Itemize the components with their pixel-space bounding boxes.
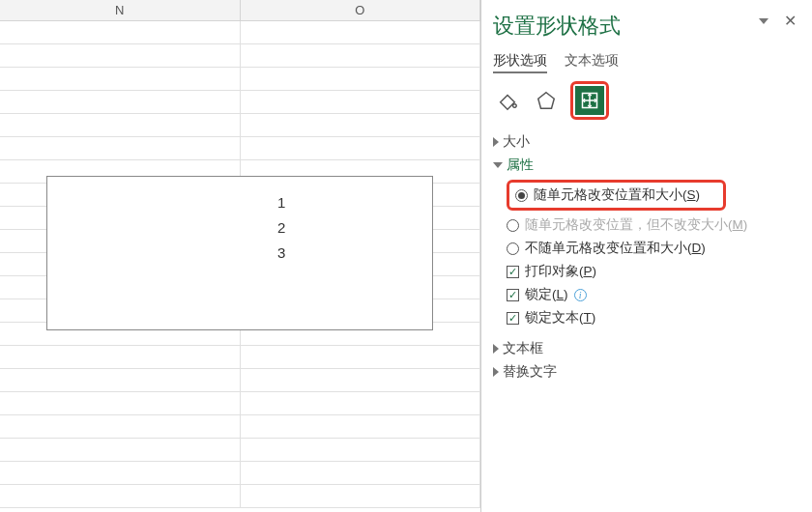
option-label: 锁定(L) [525, 286, 568, 303]
panel-tabs: 形状选项 文本选项 [493, 52, 797, 73]
grid-body[interactable]: 1 2 3 [0, 21, 480, 512]
option-label: 锁定文本(T) [525, 309, 595, 327]
shape-text-line: 1 [277, 190, 285, 215]
section-header-textbox[interactable]: 文本框 [493, 340, 797, 357]
svg-marker-0 [538, 93, 555, 109]
chevron-right-icon [493, 367, 499, 377]
checkbox-icon [507, 289, 519, 301]
highlight-annotation-icon [570, 81, 609, 120]
shape-text-line: 3 [277, 241, 285, 266]
column-header-O[interactable]: O [241, 0, 481, 20]
radio-icon [515, 189, 528, 202]
chevron-down-icon [493, 162, 503, 168]
section-header-alt-text[interactable]: 替换文字 [493, 363, 797, 381]
option-label: 打印对象(P) [525, 263, 596, 280]
section-label: 替换文字 [503, 363, 557, 381]
checkbox-icon [507, 312, 519, 325]
chevron-right-icon [493, 137, 499, 147]
column-header-row: N O [0, 0, 480, 21]
pentagon-icon [536, 90, 557, 111]
category-icons [493, 81, 797, 120]
close-panel-button[interactable]: ✕ [784, 12, 797, 30]
checkbox-icon [507, 266, 519, 278]
section-label: 属性 [507, 156, 534, 174]
option-print-object[interactable]: 打印对象(P) [507, 263, 797, 280]
option-move-and-size[interactable]: 随单元格改变位置和大小(S) [507, 180, 797, 211]
tab-shape-options[interactable]: 形状选项 [493, 52, 547, 73]
option-label: 随单元格改变位置，但不改变大小(M) [525, 216, 747, 234]
paint-bucket-icon [497, 90, 518, 111]
panel-title: 设置形状格式 [493, 12, 797, 41]
shape-text-line: 2 [277, 215, 285, 241]
option-lock-text[interactable]: 锁定文本(T) [507, 309, 797, 327]
option-no-move-no-size[interactable]: 不随单元格改变位置和大小(D) [507, 240, 797, 257]
radio-icon [507, 219, 519, 232]
radio-icon [507, 242, 519, 255]
size-properties-icon [580, 91, 599, 110]
info-icon[interactable]: i [574, 289, 587, 301]
section-header-size[interactable]: 大小 [493, 133, 797, 151]
section-label: 大小 [503, 133, 530, 151]
text-box-shape[interactable]: 1 2 3 [46, 176, 433, 330]
option-locked[interactable]: 锁定(L) i [507, 286, 797, 303]
column-header-N[interactable]: N [0, 0, 241, 20]
option-move-no-size[interactable]: 随单元格改变位置，但不改变大小(M) [507, 216, 777, 234]
spreadsheet-area[interactable]: N O 1 [0, 0, 481, 512]
section-header-properties[interactable]: 属性 [493, 156, 797, 174]
highlight-annotation-option: 随单元格改变位置和大小(S) [507, 180, 726, 211]
section-body-properties: 随单元格改变位置和大小(S) 随单元格改变位置，但不改变大小(M) 不随单元格改… [507, 180, 797, 327]
option-label: 不随单元格改变位置和大小(D) [525, 240, 706, 257]
effects-category-button[interactable] [532, 86, 561, 115]
app-root: N O 1 [0, 0, 812, 512]
section-label: 文本框 [503, 340, 543, 357]
chevron-right-icon [493, 344, 499, 354]
shape-text: 1 2 3 [277, 190, 285, 266]
fill-line-category-button[interactable] [493, 86, 522, 115]
size-properties-category-button[interactable] [575, 86, 604, 115]
option-label: 随单元格改变位置和大小(S) [534, 186, 700, 204]
format-shape-panel: ✕ 设置形状格式 形状选项 文本选项 [481, 0, 812, 512]
panel-options-dropdown-icon[interactable] [759, 18, 768, 24]
tab-text-options[interactable]: 文本选项 [565, 52, 619, 73]
